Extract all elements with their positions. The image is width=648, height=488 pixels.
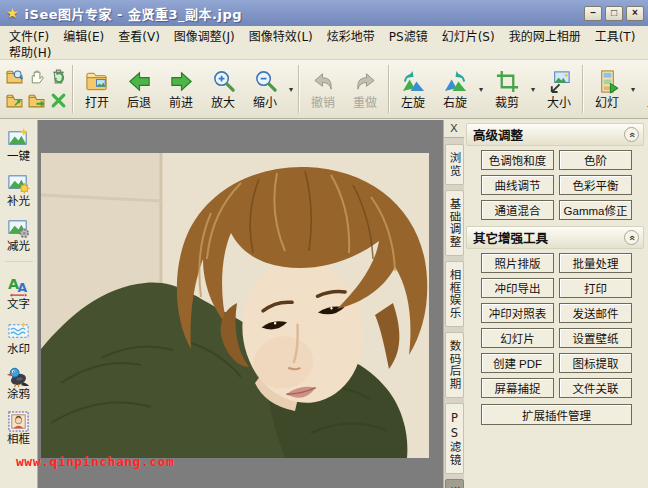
photo-layout-button[interactable]: 照片排版 [481, 253, 554, 273]
panel-close-button[interactable]: X [444, 120, 464, 138]
file-association-button[interactable]: 文件关联 [559, 378, 632, 398]
left-sidebar: 一键 补光 减光 AA 文字 水印 涂鸦 [0, 120, 38, 488]
tab-basic-adjust[interactable]: 基础调整 [445, 190, 464, 256]
advanced-button-grid: 色调饱和度 色阶 曲线调节 色彩平衡 通道混合 Gamma修正 [481, 150, 640, 220]
menu-item-image-effects[interactable]: 图像特效(L) [242, 27, 320, 44]
sidebar-item-text[interactable]: AA 文字 [1, 270, 37, 315]
app-window: ★ iSee图片专家 - 金贤重3_副本.jpg – □ × 文件(F) 编辑(… [0, 0, 648, 488]
sidebar-item-onekey[interactable]: 一键 [1, 122, 37, 167]
onekey-icon [7, 127, 30, 150]
set-wallpaper-button[interactable]: 设置壁纸 [559, 328, 632, 348]
gamma-correction-button[interactable]: Gamma修正 [559, 200, 632, 220]
crop-icon [495, 69, 520, 94]
menu-item-edit[interactable]: 编辑(E) [56, 27, 111, 44]
print-button[interactable]: 打印 [559, 278, 632, 298]
tab-digital-post[interactable]: 数码后期 [445, 332, 464, 398]
screen-capture-button[interactable]: 屏幕捕捉 [481, 378, 554, 398]
delete-x-icon[interactable] [49, 92, 67, 110]
zoom-in-icon [211, 69, 236, 94]
tools-section-header: 其它增强工具 « [466, 226, 644, 249]
crop-button[interactable]: 裁剪 [486, 62, 528, 116]
text-tool-icon: AA [7, 275, 30, 298]
sidebar-item-dim-light[interactable]: 减光 [1, 212, 37, 257]
tools-collapse-button[interactable]: « [624, 230, 639, 245]
back-button[interactable]: 后退 [118, 62, 160, 116]
icon-extract-button[interactable]: 图标提取 [559, 353, 632, 373]
tab-enhance-tools[interactable]: 增强工具 [445, 479, 464, 488]
forward-icon [169, 69, 194, 94]
menu-item-ps-filter[interactable]: PS滤镜 [382, 27, 435, 44]
hand-tool-icon[interactable] [27, 68, 45, 86]
browse-folder-icon[interactable] [5, 68, 23, 86]
menu-item-tools[interactable]: 工具(T) [588, 27, 643, 44]
print-export-button[interactable]: 冲印导出 [481, 278, 554, 298]
color-balance-button[interactable]: 色彩平衡 [559, 175, 632, 195]
fill-light-icon [7, 172, 30, 195]
sidebar-item-doodle[interactable]: 涂鸦 [1, 360, 37, 405]
image-canvas[interactable] [38, 120, 443, 488]
advanced-section-title: 高级调整 [473, 125, 624, 144]
zoom-dropdown-icon[interactable]: ▾ [286, 85, 296, 94]
rotate-right-icon [443, 69, 468, 94]
rotate-left-icon [401, 69, 426, 94]
send-email-button[interactable]: 发送邮件 [559, 303, 632, 323]
redo-icon [353, 69, 378, 94]
tab-frame-fun[interactable]: 相框娱乐 [445, 261, 464, 327]
menu-item-help[interactable]: 帮助(H) [2, 43, 58, 60]
sidebar-item-fill-light[interactable]: 补光 [1, 167, 37, 212]
upload-button[interactable]: 上传 [638, 62, 648, 116]
forward-button[interactable]: 前进 [160, 62, 202, 116]
menu-item-file[interactable]: 文件(F) [2, 27, 56, 44]
zoom-out-button[interactable]: 缩小 [244, 62, 286, 116]
rotate-right-button[interactable]: 右旋 [434, 62, 476, 116]
menu-item-my-web-album[interactable]: 我的网上相册 [502, 27, 588, 44]
right-panel: X 浏览 基础调整 相框娱乐 数码后期 PS滤镜 增强工具 高级调整 « 色调饱… [443, 120, 648, 488]
rotate-left-button[interactable]: 左旋 [392, 62, 434, 116]
minimize-button[interactable]: – [584, 6, 602, 21]
sidebar-item-watermark[interactable]: 水印 [1, 315, 37, 360]
slideshow-button[interactable]: 幻灯 [586, 62, 628, 116]
crop-dropdown-icon[interactable]: ▾ [528, 85, 538, 94]
slideshow-icon [595, 69, 620, 94]
menu-item-slideshow[interactable]: 幻灯片(S) [435, 27, 502, 44]
toolbar-separator [298, 65, 300, 113]
collapse-chevron-icon: « [627, 132, 637, 138]
recycle-bin-icon[interactable] [49, 68, 67, 86]
sidebar-item-frame[interactable]: 相框 [1, 405, 37, 450]
svg-text:A: A [18, 280, 28, 295]
size-icon [547, 69, 572, 94]
tab-ps-filter[interactable]: PS滤镜 [445, 403, 464, 474]
undo-button[interactable]: 撤销 [302, 62, 344, 116]
batch-process-button[interactable]: 批量处理 [559, 253, 632, 273]
menu-bar: 文件(F) 编辑(E) 查看(V) 图像调整(J) 图像特效(L) 炫彩地带 P… [0, 26, 648, 60]
maximize-button[interactable]: □ [605, 6, 623, 21]
slideshow-dropdown-icon[interactable]: ▾ [628, 85, 638, 94]
title-bar: ★ iSee图片专家 - 金贤重3_副本.jpg – □ × [0, 0, 648, 26]
close-button[interactable]: × [626, 6, 644, 21]
folder-export-icon[interactable] [27, 92, 45, 110]
tab-browse[interactable]: 浏览 [445, 144, 464, 185]
toolbar: 打开 后退 前进 放大 缩小 ▾ 撤销 重做 [0, 60, 648, 119]
plugin-manager-button[interactable]: 扩展插件管理 [481, 404, 632, 425]
create-pdf-button[interactable]: 创建 PDF [481, 353, 554, 373]
menu-item-colorful-zone[interactable]: 炫彩地带 [320, 27, 382, 44]
size-button[interactable]: 大小 [538, 62, 580, 116]
watermark-icon [7, 320, 30, 343]
slideshow-tool-button[interactable]: 幻灯片 [481, 328, 554, 348]
menu-item-view[interactable]: 查看(V) [111, 27, 167, 44]
site-watermark: www.qinpinchang.com [16, 454, 174, 469]
curves-button[interactable]: 曲线调节 [481, 175, 554, 195]
open-button[interactable]: 打开 [76, 62, 118, 116]
advanced-collapse-button[interactable]: « [624, 127, 639, 142]
doodle-bird-icon [7, 365, 30, 388]
menu-item-image-adjust[interactable]: 图像调整(J) [167, 27, 242, 44]
rotate-dropdown-icon[interactable]: ▾ [476, 85, 486, 94]
zoom-in-button[interactable]: 放大 [202, 62, 244, 116]
hue-saturation-button[interactable]: 色调饱和度 [481, 150, 554, 170]
channel-mixer-button[interactable]: 通道混合 [481, 200, 554, 220]
folder-up-icon[interactable] [5, 92, 23, 110]
redo-button[interactable]: 重做 [344, 62, 386, 116]
levels-button[interactable]: 色阶 [559, 150, 632, 170]
print-contact-sheet-button[interactable]: 冲印对照表 [481, 303, 554, 323]
sidebar-group-divider [5, 261, 33, 270]
